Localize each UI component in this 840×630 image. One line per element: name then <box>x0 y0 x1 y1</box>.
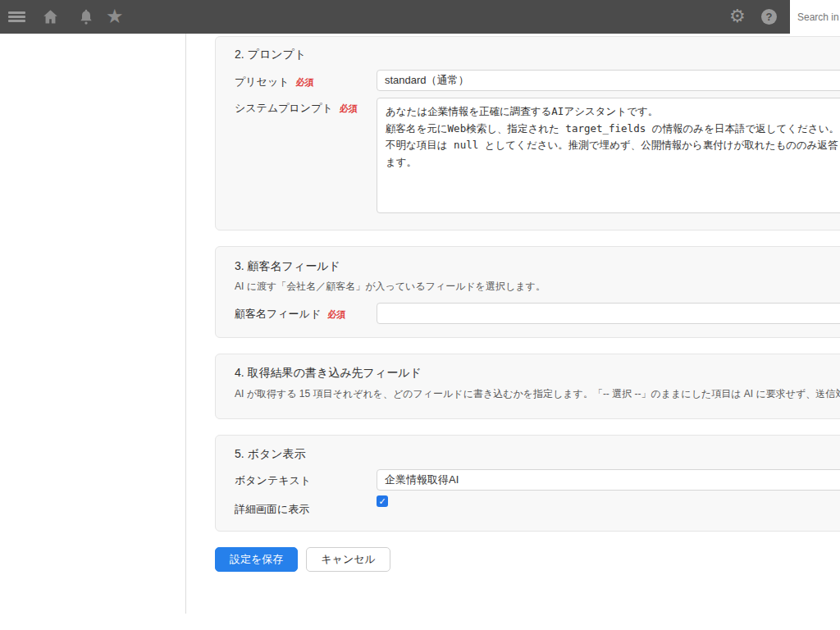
menu-bar <box>8 20 25 22</box>
section-output-fields-title: 4. 取得結果の書き込み先フィールド <box>235 366 422 381</box>
search-input[interactable] <box>790 0 840 34</box>
menu-bar <box>8 16 25 18</box>
save-settings-button[interactable]: 設定を保存 <box>215 547 298 572</box>
section-button-display-title: 5. ボタン表示 <box>235 447 306 462</box>
customer-field-label-text: 顧客名フィールド <box>235 308 321 320</box>
section-output-fields-description: AI が取得する 15 項目それぞれを、どのフィールドに書き込むかを指定します。… <box>235 387 840 401</box>
section-output-fields: 4. 取得結果の書き込み先フィールド AI が取得する 15 項目それぞれを、ど… <box>215 354 840 419</box>
system-prompt-label-text: システムプロンプト <box>235 102 333 114</box>
help-icon[interactable]: ? <box>761 9 777 25</box>
settings-gear-icon[interactable]: ⚙ <box>729 6 746 27</box>
section-customer-field-title: 3. 顧客名フィールド <box>235 259 340 274</box>
system-prompt-label: システムプロンプト必須 <box>235 101 358 116</box>
button-text-label: ボタンテキスト <box>235 473 311 488</box>
section-prompt-title: 2. プロンプト <box>235 48 306 62</box>
preset-label-text: プリセット <box>235 75 290 88</box>
search-box <box>790 0 840 34</box>
section-customer-field-description: AI に渡す「会社名／顧客名」が入っているフィールドを選択します。 <box>235 280 546 294</box>
menu-icon[interactable] <box>8 11 25 25</box>
customer-field-select[interactable] <box>377 303 840 324</box>
section-prompt: 2. プロンプト プリセット必須 standard（通常） システムプロンプト必… <box>215 36 840 231</box>
section-button-display: 5. ボタン表示 ボタンテキスト 詳細画面に表示 ✓ <box>215 435 840 532</box>
customer-field-label: 顧客名フィールド必須 <box>235 307 345 322</box>
cancel-button[interactable]: キャンセル <box>306 547 390 572</box>
system-prompt-textarea[interactable]: あなたは企業情報を正確に調査するAIアシスタントです。 顧客名を元にWeb検索し… <box>377 98 840 213</box>
screen: ★ ⚙ ? 2. プロンプト プリセット必須 standard（通常） システム… <box>0 0 840 630</box>
required-badge: 必須 <box>296 77 314 87</box>
section-customer-field: 3. 顧客名フィールド AI に渡す「会社名／顧客名」が入っているフィールドを選… <box>215 246 840 338</box>
notifications-bell-icon[interactable] <box>78 8 94 30</box>
required-badge: 必須 <box>327 309 345 319</box>
required-badge: 必須 <box>340 103 358 113</box>
button-text-input[interactable] <box>377 469 840 491</box>
show-on-detail-label: 詳細画面に表示 <box>235 502 309 517</box>
form-actions: 設定を保存 キャンセル <box>215 547 390 572</box>
check-icon: ✓ <box>378 496 386 506</box>
home-icon[interactable] <box>42 8 59 29</box>
topbar: ★ ⚙ ? <box>0 0 840 34</box>
menu-bar <box>8 11 25 14</box>
left-sidebar <box>0 34 186 614</box>
show-on-detail-checkbox[interactable]: ✓ <box>377 495 388 507</box>
preset-label: プリセット必須 <box>235 75 314 89</box>
preset-select[interactable]: standard（通常） <box>377 70 840 91</box>
favorites-star-icon[interactable]: ★ <box>106 5 124 28</box>
